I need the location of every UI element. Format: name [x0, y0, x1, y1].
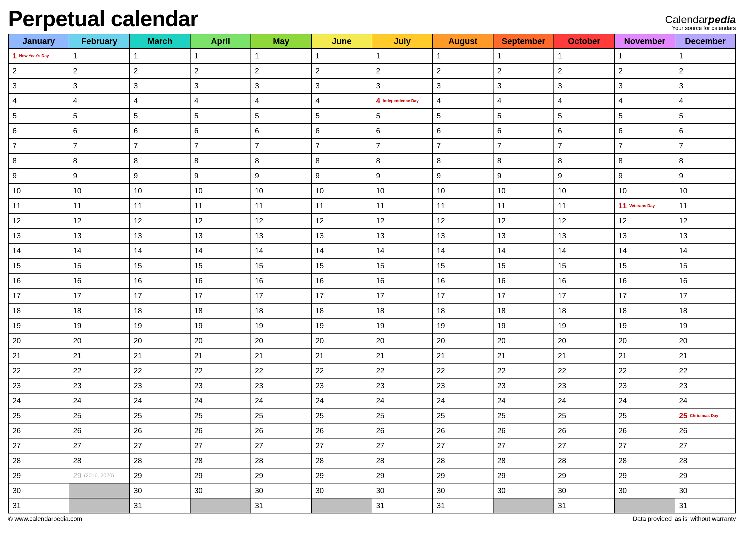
- day-cell: 29: [372, 468, 433, 483]
- day-number: 7: [134, 142, 138, 150]
- day-number: 8: [255, 156, 259, 165]
- day-cell: 7: [8, 138, 69, 153]
- day-number: 6: [12, 126, 16, 135]
- day-number: 12: [679, 217, 687, 225]
- day-number: 23: [679, 381, 687, 390]
- day-number: 20: [134, 336, 142, 345]
- day-cell: 5: [433, 108, 493, 123]
- day-cell: 2: [251, 64, 311, 78]
- day-number: 23: [437, 381, 445, 390]
- day-cell: 4: [493, 94, 554, 108]
- day-cell: 14: [190, 243, 251, 258]
- day-cell: 10: [615, 183, 675, 198]
- day-cell: 26: [554, 423, 615, 438]
- day-cell: 4: [615, 94, 675, 108]
- day-number: 26: [679, 426, 687, 435]
- day-number: 12: [558, 217, 566, 225]
- day-number: 12: [376, 217, 384, 225]
- day-number: 1: [679, 51, 683, 60]
- day-cell: 18: [311, 303, 372, 318]
- day-number: 28: [73, 456, 81, 465]
- day-cell: 2: [615, 64, 675, 78]
- day-number: 16: [315, 276, 324, 285]
- day-cell: 4: [675, 94, 736, 108]
- day-number: 8: [73, 156, 77, 165]
- day-number: 26: [194, 426, 203, 435]
- day-cell: 21: [8, 348, 69, 363]
- day-cell: 28: [251, 453, 311, 468]
- day-number: 18: [437, 306, 445, 315]
- day-number: 2: [255, 67, 259, 75]
- day-number: 30: [315, 486, 324, 495]
- day-number: 8: [194, 156, 198, 165]
- day-number: 24: [437, 396, 445, 405]
- day-cell: 1: [251, 48, 311, 64]
- day-number: 24: [679, 396, 687, 405]
- day-number: 16: [679, 276, 687, 285]
- day-number: 31: [255, 501, 263, 510]
- day-cell: 12: [129, 213, 190, 228]
- day-cell: 8: [8, 153, 69, 169]
- day-cell: 18: [69, 303, 129, 318]
- day-number: 19: [12, 322, 21, 330]
- page-title: Perpetual calendar: [8, 6, 198, 31]
- day-number: 15: [679, 261, 687, 270]
- day-cell: 27: [675, 438, 736, 453]
- day-number: 7: [194, 142, 198, 150]
- day-cell: 25: [190, 408, 251, 423]
- day-number: 17: [255, 291, 263, 300]
- day-cell: 5: [190, 108, 251, 123]
- day-number: 25: [497, 411, 506, 420]
- day-cell: 21: [311, 348, 372, 363]
- day-cell: 30: [251, 483, 311, 498]
- day-cell: 17: [554, 288, 615, 303]
- day-cell: 16: [615, 273, 675, 288]
- day-number: 1: [255, 51, 259, 60]
- day-number: 10: [255, 186, 263, 195]
- day-cell: 13: [554, 228, 615, 243]
- day-cell: 12: [675, 213, 736, 228]
- day-cell: 26: [129, 423, 190, 438]
- day-number: 20: [315, 336, 324, 345]
- day-cell: 3: [675, 78, 736, 94]
- day-number: 4: [437, 97, 441, 105]
- day-cell: 19: [69, 318, 129, 333]
- day-number: 22: [376, 366, 384, 375]
- day-number: 21: [497, 351, 506, 360]
- day-number: 30: [194, 486, 203, 495]
- day-cell: 14: [493, 243, 554, 258]
- day-number: 4: [134, 97, 138, 105]
- day-number: 10: [315, 186, 324, 195]
- month-header: May: [251, 34, 311, 48]
- day-cell: 11: [433, 198, 493, 213]
- day-cell: 7: [675, 138, 736, 153]
- day-number: 23: [497, 381, 506, 390]
- day-cell: 7: [251, 138, 311, 153]
- day-cell: 6: [493, 123, 554, 138]
- day-number: 1: [73, 51, 77, 60]
- day-number: 21: [315, 351, 324, 360]
- day-cell: 22: [129, 363, 190, 378]
- day-cell: 18: [675, 303, 736, 318]
- day-cell: 20: [8, 333, 69, 348]
- day-number: 13: [679, 231, 687, 240]
- day-number: 10: [437, 186, 445, 195]
- day-cell: 4: [190, 94, 251, 108]
- day-number: 22: [12, 366, 21, 375]
- day-cell: 24: [615, 393, 675, 408]
- day-cell: 19: [251, 318, 311, 333]
- day-cell: 23: [675, 378, 736, 393]
- day-cell: 26: [493, 423, 554, 438]
- day-cell: 25: [615, 408, 675, 423]
- day-number: 23: [12, 381, 21, 390]
- day-cell: 9: [675, 169, 736, 183]
- day-number: 15: [558, 261, 566, 270]
- day-number: 23: [558, 381, 566, 390]
- day-number: 10: [558, 186, 566, 195]
- month-header: June: [311, 34, 372, 48]
- day-cell: 20: [554, 333, 615, 348]
- day-number: 26: [497, 426, 506, 435]
- day-cell: 2: [433, 64, 493, 78]
- day-cell: 7: [311, 138, 372, 153]
- day-number: 24: [255, 396, 263, 405]
